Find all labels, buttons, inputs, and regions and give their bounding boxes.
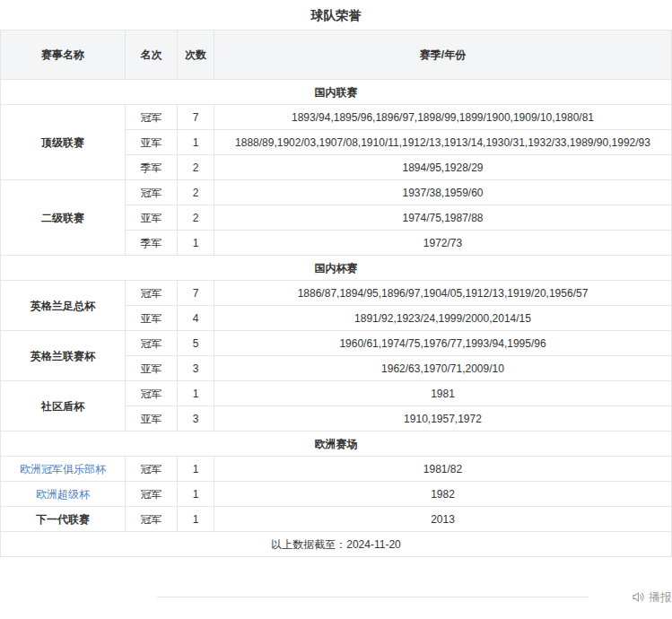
seasons-cell: 1974/75,1987/88 (214, 205, 672, 231)
count-cell: 3 (178, 406, 214, 432)
table-header-row: 赛事名称 名次 次数 赛季/年份 (1, 31, 672, 80)
competition-name: 欧洲冠军俱乐部杯 (1, 457, 126, 482)
rank-cell: 冠军 (126, 457, 178, 482)
section-row: 欧洲赛场 (1, 432, 672, 457)
table-row: 英格兰足总杯 冠军 7 1886/87,1894/95,1896/97,1904… (1, 281, 672, 306)
broadcast-label: 播报 (649, 590, 672, 604)
count-cell: 2 (178, 180, 214, 205)
table-row: 英格兰联赛杯 冠军 5 1960/61,1974/75,1976/77,1993… (1, 331, 672, 356)
count-cell: 5 (178, 331, 214, 356)
seasons-cell: 2013 (214, 507, 672, 532)
rank-cell: 冠军 (126, 281, 178, 306)
speaker-icon (632, 590, 645, 604)
section-divider (157, 597, 589, 597)
count-cell: 3 (178, 356, 214, 381)
section-row: 国内联赛 (1, 80, 672, 105)
rank-cell: 冠军 (126, 105, 178, 130)
table-row: 欧洲超级杯 冠军 1 1982 (1, 482, 672, 507)
count-cell: 1 (178, 482, 214, 507)
rank-cell: 冠军 (126, 381, 178, 406)
section-row: 国内杯赛 (1, 256, 672, 281)
seasons-cell: 1960/61,1974/75,1976/77,1993/94,1995/96 (214, 331, 672, 356)
seasons-cell: 1937/38,1959/60 (214, 180, 672, 205)
competition-name: 英格兰足总杯 (1, 281, 126, 331)
table-row: 社区盾杯 冠军 1 1981 (1, 381, 672, 406)
table-row: 顶级联赛 冠军 7 1893/94,1895/96,1896/97,1898/9… (1, 105, 672, 130)
count-cell: 7 (178, 281, 214, 306)
rank-cell: 冠军 (126, 507, 178, 532)
seasons-cell: 1982 (214, 482, 672, 507)
rank-cell: 亚军 (126, 306, 178, 331)
seasons-cell: 1981 (214, 381, 672, 406)
competition-name: 社区盾杯 (1, 381, 126, 432)
section-header-domestic-league: 国内联赛 (1, 80, 672, 105)
seasons-cell: 1972/73 (214, 231, 672, 256)
competition-link[interactable]: 欧洲冠军俱乐部杯 (20, 463, 106, 475)
competition-name: 英格兰联赛杯 (1, 331, 126, 381)
section-header-european: 欧洲赛场 (1, 432, 672, 457)
column-header-count: 次数 (178, 31, 214, 80)
count-cell: 2 (178, 205, 214, 231)
competition-name: 顶级联赛 (1, 105, 126, 180)
rank-cell: 亚军 (126, 406, 178, 432)
count-cell: 1 (178, 130, 214, 155)
rank-cell: 亚军 (126, 205, 178, 231)
page-title: 球队荣誉 (0, 0, 672, 30)
team-honors-table: 赛事名称 名次 次数 赛季/年份 国内联赛 顶级联赛 冠军 7 1893/94,… (0, 30, 672, 557)
next-section-bar: 播报 (157, 590, 672, 604)
column-header-season: 赛季/年份 (214, 31, 672, 80)
rank-cell: 季军 (126, 231, 178, 256)
competition-name: 欧洲超级杯 (1, 482, 126, 507)
count-cell: 4 (178, 306, 214, 331)
rank-cell: 冠军 (126, 482, 178, 507)
count-cell: 2 (178, 155, 214, 180)
rank-cell: 亚军 (126, 356, 178, 381)
seasons-cell: 1910,1957,1972 (214, 406, 672, 432)
competition-link[interactable]: 欧洲超级杯 (36, 488, 90, 501)
seasons-cell: 1893/94,1895/96,1896/97,1898/99,1899/190… (214, 105, 672, 130)
seasons-cell: 1894/95,1928/29 (214, 155, 672, 180)
table-row: 下一代联赛 冠军 1 2013 (1, 507, 672, 532)
seasons-cell: 1981/82 (214, 457, 672, 482)
rank-cell: 季军 (126, 155, 178, 180)
table-row: 二级联赛 冠军 2 1937/38,1959/60 (1, 180, 672, 205)
count-cell: 1 (178, 507, 214, 532)
count-cell: 1 (178, 231, 214, 256)
competition-name: 下一代联赛 (1, 507, 126, 532)
data-cutoff-note: 以上数据截至：2024-11-20 (1, 532, 672, 557)
seasons-cell: 1962/63,1970/71,2009/10 (214, 356, 672, 381)
seasons-cell: 1888/89,1902/03,1907/08,1910/11,1912/13,… (214, 130, 672, 155)
footnote-row: 以上数据截至：2024-11-20 (1, 532, 672, 557)
count-cell: 1 (178, 381, 214, 406)
count-cell: 7 (178, 105, 214, 130)
column-header-rank: 名次 (126, 31, 178, 80)
table-row: 欧洲冠军俱乐部杯 冠军 1 1981/82 (1, 457, 672, 482)
count-cell: 1 (178, 457, 214, 482)
seasons-cell: 1886/87,1894/95,1896/97,1904/05,1912/13,… (214, 281, 672, 306)
seasons-cell: 1891/92,1923/24,1999/2000,2014/15 (214, 306, 672, 331)
section-header-domestic-cups: 国内杯赛 (1, 256, 672, 281)
rank-cell: 冠军 (126, 331, 178, 356)
broadcast-button[interactable]: 播报 (632, 590, 672, 604)
rank-cell: 亚军 (126, 130, 178, 155)
column-header-competition: 赛事名称 (1, 31, 126, 80)
competition-name: 二级联赛 (1, 180, 126, 256)
rank-cell: 冠军 (126, 180, 178, 205)
